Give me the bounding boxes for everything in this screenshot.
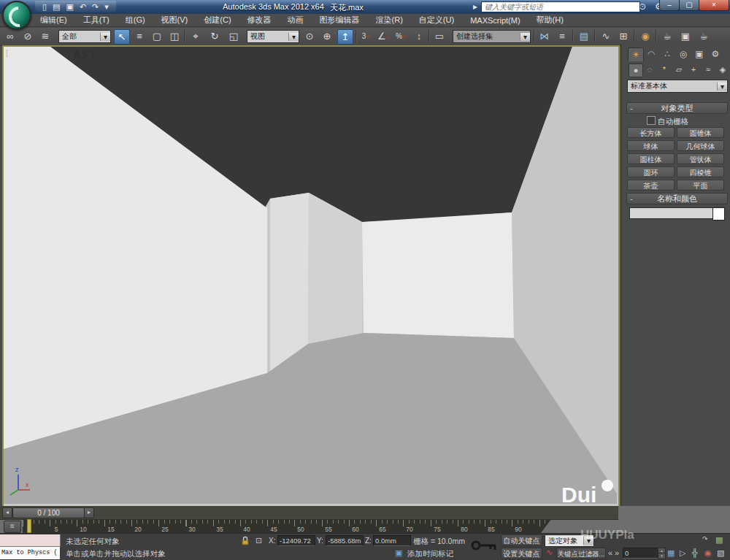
add-time-tag-icon[interactable]: ▣ <box>395 548 402 558</box>
qat-options-icon[interactable]: ▾ <box>104 1 109 12</box>
go-to-end-icon[interactable]: » <box>615 548 619 557</box>
tab-hierarchy-icon[interactable]: ∴ <box>660 47 675 61</box>
close-button[interactable]: × <box>699 0 729 11</box>
percent-snap-icon[interactable]: %∩ <box>394 29 409 43</box>
tab-display-icon[interactable]: ▣ <box>692 47 707 61</box>
redo-icon[interactable]: ↷ <box>92 1 99 12</box>
object-color-swatch[interactable] <box>712 207 725 220</box>
perspective-viewport[interactable]: z x Dui [ 真实 ] <box>2 45 620 507</box>
bind-to-spacewarp-icon[interactable]: ≋ <box>38 29 53 43</box>
pan-hand-icon[interactable]: ╬ <box>692 548 698 557</box>
layer-manager-icon[interactable]: ▤ <box>577 29 591 43</box>
scene-explorer-icon[interactable]: ▩ <box>715 535 723 545</box>
select-and-link-icon[interactable]: ∞ <box>3 29 18 43</box>
next-frame-button[interactable]: ▸ <box>84 507 94 518</box>
geosphere-button[interactable]: 几何球体 <box>677 140 724 151</box>
selection-filter-dropdown[interactable]: 全部 ▾ <box>58 30 111 43</box>
cylinder-button[interactable]: 圆柱体 <box>627 153 675 164</box>
tab-create-icon[interactable]: ☀ <box>628 47 644 61</box>
sphere-button[interactable]: 球体 <box>627 140 675 151</box>
menu-modifiers[interactable]: 修改器 <box>239 15 280 26</box>
tab-utilities-icon[interactable]: ⚙ <box>708 47 723 61</box>
use-pivot-center-icon[interactable]: ⊙ <box>302 29 317 43</box>
viewport-shading-label[interactable]: 真实 ] <box>73 49 93 60</box>
menu-customize[interactable]: 自定义(U) <box>411 15 462 26</box>
cone-button[interactable]: 圆锥体 <box>677 127 724 138</box>
maxscript-mini-listener[interactable] <box>0 534 61 547</box>
category-cameras-icon[interactable]: ▱ <box>672 64 685 76</box>
reference-coord-dropdown[interactable]: 视图 ▾ <box>247 30 299 43</box>
rectangular-selection-icon[interactable]: ▢ <box>150 29 164 43</box>
render-setup-icon[interactable]: ☕ <box>660 29 675 43</box>
category-lights-icon[interactable]: * <box>658 64 671 76</box>
time-slider-handle[interactable]: 0 / 100 <box>12 507 85 518</box>
tab-motion-icon[interactable]: ◎ <box>676 47 691 61</box>
select-and-scale-icon[interactable]: ◱ <box>226 29 241 43</box>
rendered-frame-icon[interactable]: ▣ <box>678 29 693 43</box>
search-go-icon[interactable]: ▸ <box>473 1 477 12</box>
object-type-rollout-header[interactable]: - 对象类型 <box>626 102 728 114</box>
category-helpers-icon[interactable]: + <box>687 64 700 76</box>
key-curve-icon[interactable]: ∿ <box>546 548 553 557</box>
tab-modify-icon[interactable]: ◠ <box>644 47 658 61</box>
key-filters-button[interactable]: 关键点过滤器... <box>556 548 606 559</box>
menu-graph-editors[interactable]: 图形编辑器 <box>312 15 368 26</box>
x-coordinate-field[interactable] <box>277 535 315 546</box>
frame-spin-down-icon[interactable]: ▾ <box>658 553 666 559</box>
go-to-start-icon[interactable]: « <box>608 548 612 557</box>
menu-maxscript[interactable]: MAXScript(M) <box>462 16 528 25</box>
maxscript-line[interactable]: Max to Physcs ( <box>0 547 60 559</box>
select-object-button[interactable]: ↖ <box>114 29 130 45</box>
tube-button[interactable]: 管状体 <box>677 153 724 164</box>
category-systems-icon[interactable]: ◈ <box>716 64 729 76</box>
add-time-tag[interactable]: 添加时间标记 <box>407 549 453 559</box>
trackbar-mini-curve-icon[interactable]: ≡ <box>4 521 21 533</box>
schematic-view-icon[interactable]: ⊞ <box>616 29 631 43</box>
unlink-selection-icon[interactable]: ⊘ <box>20 29 35 43</box>
teapot-button[interactable]: 茶壶 <box>627 180 675 191</box>
undo-icon[interactable]: ↶ <box>80 1 86 12</box>
window-crossing-icon[interactable]: ◫ <box>167 29 182 43</box>
material-editor-icon[interactable]: ◉ <box>638 29 653 43</box>
track-bar-ruler[interactable]: 0 5 10 15 20 25 30 35 40 45 50 55 60 65 … <box>23 519 551 533</box>
name-color-rollout-header[interactable]: - 名称和颜色 <box>626 193 728 204</box>
named-selection-dropdown[interactable]: 创建选择集 ▾ <box>453 30 531 43</box>
box-button[interactable]: 长方体 <box>627 127 675 138</box>
net-render-icon[interactable]: ▦ <box>667 548 675 558</box>
open-file-icon[interactable]: ▤ <box>53 1 60 12</box>
align-icon[interactable]: ≡ <box>555 29 569 43</box>
menu-views[interactable]: 视图(V) <box>153 15 196 26</box>
set-key-icon[interactable] <box>471 538 499 553</box>
current-frame-field[interactable] <box>623 548 659 559</box>
play-animation-icon[interactable]: ▷ <box>680 548 685 558</box>
new-file-icon[interactable]: ▯ <box>42 1 47 12</box>
menu-group[interactable]: 组(G) <box>118 15 153 26</box>
maximize-button[interactable]: ▢ <box>679 0 699 11</box>
select-by-name-icon[interactable]: ≡ <box>132 29 147 43</box>
select-and-rotate-icon[interactable]: ↻ <box>207 29 222 43</box>
mirror-icon[interactable]: ⋈ <box>537 29 552 43</box>
category-shapes-icon[interactable]: ◌ <box>643 64 656 76</box>
edit-named-selections-icon[interactable]: ▭ <box>432 29 447 43</box>
minimize-button[interactable]: – <box>659 0 680 11</box>
time-slider-track[interactable]: ◂ 0 / 100 ▸ <box>0 506 618 520</box>
search-input[interactable] <box>481 1 640 12</box>
category-geometry-icon[interactable]: ● <box>629 64 643 77</box>
menu-create[interactable]: 创建(C) <box>196 15 239 26</box>
category-spacewarps-icon[interactable]: ≈ <box>702 64 715 76</box>
keyboard-override-button[interactable]: ↥ <box>337 29 353 45</box>
select-and-manipulate-icon[interactable]: ⊕ <box>320 29 334 43</box>
curve-editor-icon[interactable]: ∿ <box>599 29 613 43</box>
absolute-offset-toggle-icon[interactable]: ⊡ <box>256 536 262 545</box>
viewport-label-bracket[interactable]: [ <box>6 48 8 57</box>
autogrid-checkbox[interactable]: 自动栅格 <box>647 116 688 127</box>
selection-lock-icon[interactable] <box>241 536 250 545</box>
prev-frame-button[interactable]: ◂ <box>2 507 12 518</box>
auto-key-button[interactable]: 自动关键点 <box>501 534 542 546</box>
max-logo-button[interactable] <box>2 1 31 30</box>
z-coordinate-field[interactable] <box>373 535 411 546</box>
primitive-category-dropdown[interactable]: 标准基本体 ▾ <box>627 80 728 93</box>
object-name-input[interactable] <box>629 207 714 219</box>
torus-button[interactable]: 圆环 <box>627 166 675 177</box>
y-coordinate-field[interactable] <box>326 535 364 546</box>
